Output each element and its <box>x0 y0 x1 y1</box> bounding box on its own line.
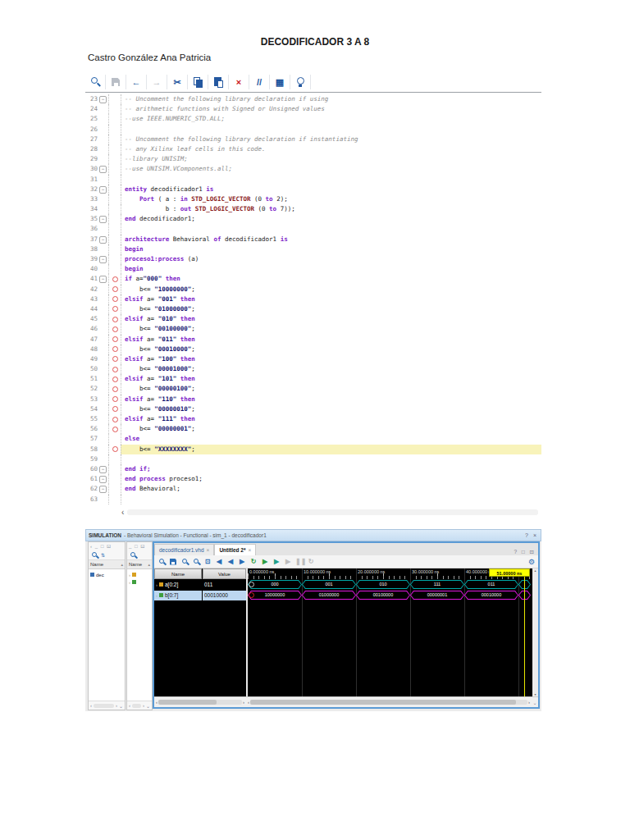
object-item-1[interactable]: › <box>129 578 150 586</box>
close-icon[interactable]: × <box>249 547 252 553</box>
undo-icon-cell[interactable]: ← <box>126 75 147 89</box>
fold-toggle-icon[interactable] <box>99 236 107 244</box>
scroll-left-icon[interactable]: ‹ <box>121 508 124 517</box>
close-icon[interactable]: × <box>207 547 210 553</box>
name-column-header[interactable]: Name <box>154 568 202 579</box>
fold-toggle-icon[interactable] <box>99 166 107 173</box>
run-for-icon[interactable]: ▶ <box>272 558 281 566</box>
breakpoint-column[interactable] <box>108 354 121 364</box>
step-icon[interactable]: ▶ <box>284 558 292 566</box>
cut-icon[interactable]: ✂ <box>171 76 183 88</box>
breakpoint-column[interactable] <box>108 454 121 464</box>
zoom-out-icon[interactable] <box>192 558 200 566</box>
breakpoint-column[interactable] <box>108 384 121 394</box>
breakpoint-column[interactable] <box>108 304 121 314</box>
breakpoint-column[interactable] <box>108 94 121 104</box>
breakpoint-marker-icon[interactable] <box>112 406 118 412</box>
cut-icon-cell[interactable]: ✂ <box>167 75 188 89</box>
objects-scrollbar[interactable]: ‹ › ⌄ <box>127 701 152 710</box>
scopes-search-icon[interactable] <box>90 551 98 559</box>
breakpoint-column[interactable] <box>108 285 121 294</box>
fold-toggle-icon[interactable] <box>99 476 107 483</box>
scroll-left-icon[interactable]: ‹ <box>129 703 130 708</box>
signal-name-cell[interactable]: ›a[0:2] <box>154 580 202 590</box>
signal-value[interactable]: 011 <box>203 580 246 590</box>
wave-window-controls[interactable]: ? □ ⊡ <box>514 549 538 555</box>
breakpoint-column[interactable] <box>108 204 121 214</box>
wave-plot[interactable]: 0.000000 ns10.000000 ns20.000000 ns30.00… <box>248 568 532 696</box>
columns-icon-cell[interactable]: ▦ <box>270 75 290 89</box>
breakpoint-column[interactable] <box>108 374 121 384</box>
simulation-header-controls[interactable]: ? × <box>525 532 538 538</box>
fold-toggle-icon[interactable] <box>99 466 107 473</box>
breakpoint-marker-icon[interactable] <box>112 326 118 332</box>
breakpoint-column[interactable] <box>108 104 121 114</box>
fold-toggle-icon[interactable] <box>99 486 107 493</box>
scroll-up-icon[interactable]: ▴ <box>534 568 536 573</box>
copy-icon[interactable] <box>192 76 203 88</box>
lightbulb-icon[interactable] <box>294 76 306 88</box>
scroll-right-icon[interactable]: › <box>143 703 144 708</box>
tab-untitled-2[interactable]: Untitled 2* × <box>214 544 256 555</box>
wave-save-icon[interactable] <box>169 558 177 566</box>
breakpoint-column[interactable] <box>108 194 121 204</box>
scroll-down-icon[interactable]: ⌄ <box>146 703 150 709</box>
scroll-down-icon[interactable]: ▾ <box>534 692 536 696</box>
breakpoint-marker-icon[interactable] <box>112 356 118 362</box>
objects-panel-controls[interactable]: _ □ ⊡ <box>127 542 152 550</box>
scroll-thumb[interactable] <box>158 700 217 705</box>
breakpoint-column[interactable] <box>108 214 121 224</box>
scroll-thumb[interactable] <box>250 700 516 705</box>
wave-search-icon[interactable] <box>158 558 166 566</box>
breakpoint-marker-icon[interactable] <box>112 336 118 342</box>
objects-search-icon[interactable] <box>129 551 137 559</box>
breakpoint-column[interactable] <box>108 424 121 434</box>
scopes-scrollbar[interactable]: ‹ › ⌄ <box>89 701 125 710</box>
wave-settings-icon[interactable]: ⚙ <box>528 558 535 566</box>
search-icon[interactable] <box>89 76 101 88</box>
fold-toggle-icon[interactable] <box>99 96 107 103</box>
breakpoint-marker-icon[interactable] <box>112 296 118 302</box>
restart-icon[interactable]: ↻ <box>249 558 258 566</box>
delete-icon-cell[interactable]: × <box>229 75 249 89</box>
paste-icon-cell[interactable] <box>208 75 229 89</box>
expand-icon[interactable]: › <box>129 573 130 578</box>
breakpoint-column[interactable] <box>108 314 121 324</box>
zoom-fit-icon[interactable]: ⊡ <box>203 558 212 566</box>
signal-value[interactable]: 00010000 <box>203 591 246 600</box>
breakpoint-column[interactable] <box>108 135 121 144</box>
relaunch-icon[interactable]: ↻ <box>307 558 315 566</box>
breakpoint-marker-icon[interactable] <box>112 367 118 372</box>
redo-icon-cell[interactable]: → <box>147 75 167 89</box>
scroll-right-icon[interactable]: › <box>243 700 244 705</box>
breakpoint-marker-icon[interactable] <box>112 346 118 352</box>
expand-icon[interactable]: › <box>129 580 130 585</box>
breakpoint-column[interactable] <box>108 144 121 154</box>
scroll-track[interactable] <box>127 509 538 515</box>
code-editor[interactable]: 23-- Uncomment the following library dec… <box>85 92 541 514</box>
breakpoint-column[interactable] <box>108 175 121 185</box>
breakpoint-column[interactable] <box>108 445 121 454</box>
value-column-header[interactable]: Value <box>203 568 246 579</box>
breakpoint-column[interactable] <box>108 414 121 424</box>
wave-signal-row-b[0:7][interactable]: ›b[0:7]00010000 <box>154 590 246 600</box>
delete-icon[interactable]: × <box>233 76 244 88</box>
expand-icon[interactable]: › <box>156 593 158 598</box>
breakpoint-column[interactable] <box>108 364 121 374</box>
fold-toggle-icon[interactable] <box>99 186 107 194</box>
breakpoint-marker-icon[interactable] <box>112 377 118 382</box>
scopes-sort-icon[interactable]: ⇅ <box>101 552 105 558</box>
wave-signal-row-a[0:2][interactable]: ›a[0:2]011 <box>154 579 246 590</box>
copy-icon-cell[interactable] <box>188 75 208 89</box>
breakpoint-column[interactable] <box>108 264 121 274</box>
breakpoint-column[interactable] <box>108 404 121 414</box>
breakpoint-column[interactable] <box>108 294 121 304</box>
breakpoint-marker-icon[interactable] <box>112 317 118 322</box>
names-horizontal-scrollbar[interactable]: ‹ › <box>154 700 246 705</box>
breakpoint-marker-icon[interactable] <box>112 396 118 402</box>
breakpoint-column[interactable] <box>108 324 121 334</box>
scroll-left-icon[interactable]: ‹ <box>248 700 249 705</box>
undo-icon[interactable]: ← <box>130 76 142 88</box>
wave-vertical-scrollbar[interactable]: ▴ ▾ <box>532 568 538 696</box>
scroll-right-icon[interactable]: › <box>528 700 530 705</box>
